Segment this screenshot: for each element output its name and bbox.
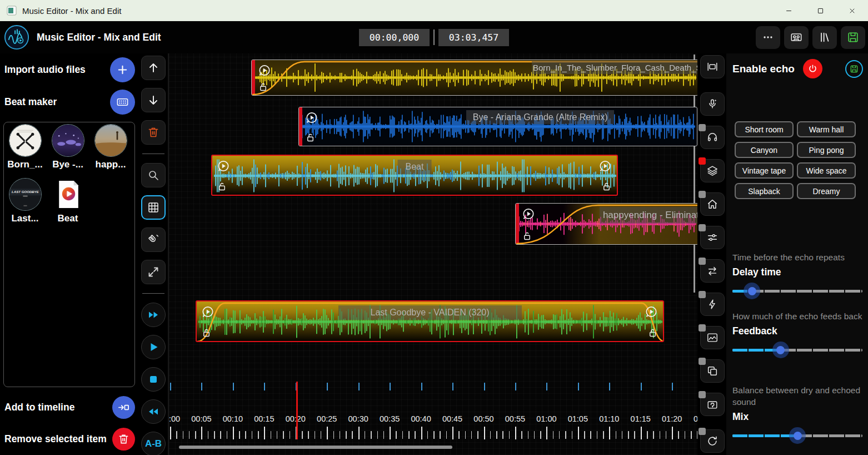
grid-snap-button[interactable] bbox=[141, 195, 166, 220]
crossfade-button[interactable] bbox=[700, 259, 725, 283]
move-up-button[interactable] bbox=[141, 56, 166, 80]
preset-short-room[interactable]: Short room bbox=[735, 121, 794, 137]
beat-tick bbox=[233, 383, 234, 390]
expand-button[interactable] bbox=[141, 260, 166, 284]
stop-icon bbox=[147, 373, 160, 386]
ruler-tick-minor bbox=[371, 431, 372, 439]
zoom-search-button[interactable] bbox=[141, 163, 166, 187]
ruler-tick-major bbox=[390, 427, 391, 439]
file-item-2[interactable]: Bye -... bbox=[48, 125, 87, 170]
clip-left-edge[interactable] bbox=[252, 60, 255, 95]
slider-thumb[interactable] bbox=[772, 342, 789, 358]
more-options-button[interactable] bbox=[756, 26, 780, 49]
delete-clip-button[interactable] bbox=[141, 120, 166, 145]
ruler-tick-minor bbox=[377, 431, 378, 439]
maximize-button[interactable] bbox=[805, 0, 836, 21]
ruler-tick-major bbox=[546, 427, 547, 439]
preset-wide-space[interactable]: Wide space bbox=[797, 162, 856, 179]
save-project-button[interactable] bbox=[841, 26, 865, 49]
ai-mic-icon bbox=[706, 98, 719, 110]
fast-forward-button[interactable] bbox=[141, 303, 166, 327]
beat-tick bbox=[358, 383, 360, 390]
slider-thumb[interactable] bbox=[789, 427, 806, 444]
horizontal-scrollbar[interactable] bbox=[179, 446, 452, 449]
reset-loop-button[interactable] bbox=[700, 429, 725, 453]
play-button[interactable] bbox=[141, 335, 166, 359]
library-button[interactable] bbox=[812, 26, 837, 49]
remove-selected-button[interactable] bbox=[112, 428, 135, 451]
slider-thumb[interactable] bbox=[744, 283, 760, 299]
minimize-button[interactable] bbox=[773, 0, 805, 21]
beat-tick bbox=[484, 383, 485, 390]
rotate-media-button[interactable] bbox=[700, 393, 725, 416]
ruler-tick-minor bbox=[277, 431, 278, 439]
delay-time-slider[interactable] bbox=[732, 283, 862, 299]
add-to-timeline-button[interactable] bbox=[112, 396, 135, 419]
header-buttons bbox=[756, 26, 865, 49]
ruler-tick-minor bbox=[565, 431, 566, 439]
ruler-tick-minor bbox=[365, 431, 366, 439]
ruler-tick-minor bbox=[603, 431, 604, 439]
wave-view-button[interactable] bbox=[700, 326, 725, 349]
mix-slider[interactable] bbox=[732, 427, 862, 444]
recordings-button[interactable] bbox=[784, 26, 809, 49]
ruler-tick-minor bbox=[597, 431, 598, 439]
monitor-headphones-button[interactable] bbox=[700, 126, 725, 149]
tracks-layers-button[interactable] bbox=[700, 159, 725, 182]
timeline-area[interactable]: 00:0000:0500:1000:1500:2000:2500:3000:35… bbox=[168, 53, 697, 455]
audio-clip-4[interactable]: happyending - Eliminate bbox=[515, 203, 697, 245]
preset-dreamy[interactable]: Dreamy bbox=[797, 183, 856, 199]
ruler-tick-minor bbox=[189, 431, 190, 439]
file-item-5[interactable]: Beat bbox=[48, 179, 87, 224]
file-item-1[interactable]: Born_... bbox=[6, 125, 44, 170]
slider-track[interactable] bbox=[732, 349, 862, 352]
ruler-tick-minor bbox=[616, 431, 617, 439]
ab-loop-label: A-B bbox=[145, 438, 162, 449]
audio-clip-3[interactable]: Beat bbox=[211, 155, 618, 196]
mix-label: Mix bbox=[732, 411, 862, 423]
echo-save-button[interactable] bbox=[845, 60, 863, 78]
ruler-tick-minor bbox=[271, 431, 272, 439]
clip-title: Bye - Ariana Grande (Altre Remix) bbox=[466, 110, 615, 124]
playhead[interactable] bbox=[296, 382, 298, 439]
audio-clip-1[interactable]: Born_In_The_Slumber_Flora_Cash_Death_S bbox=[251, 60, 697, 96]
ruler-tick-minor bbox=[590, 431, 591, 439]
preset-slapback[interactable]: Slapback bbox=[735, 183, 794, 199]
stop-button[interactable] bbox=[141, 367, 166, 392]
beat-tick bbox=[515, 383, 516, 390]
move-down-button[interactable] bbox=[141, 88, 166, 112]
audio-clip-2[interactable]: Bye - Ariana Grande (Altre Remix) bbox=[298, 107, 697, 146]
ab-loop-button[interactable]: A-B bbox=[141, 432, 166, 455]
clip-left-edge[interactable] bbox=[299, 107, 302, 146]
file-label: happ... bbox=[91, 159, 130, 170]
echo-power-button[interactable] bbox=[803, 59, 822, 78]
clip-title: Last Goodbye - VAIDEN (320) bbox=[338, 305, 521, 320]
preset-ping-pong[interactable]: Ping pong bbox=[797, 142, 856, 158]
ruler-label: 00:25 bbox=[317, 414, 337, 423]
rewind-button[interactable] bbox=[141, 399, 166, 424]
magnet-snap-button[interactable] bbox=[141, 228, 166, 252]
duplicate-button[interactable] bbox=[700, 359, 725, 383]
file-item-4[interactable]: LAST GOODBYELast... bbox=[6, 179, 44, 224]
arrow-up-icon bbox=[147, 61, 160, 75]
audio-clip-5[interactable]: Last Goodbye - VAIDEN (320) bbox=[196, 300, 664, 342]
ai-voice-button[interactable] bbox=[700, 92, 725, 116]
feedback-slider[interactable] bbox=[732, 342, 862, 358]
tool-badge bbox=[699, 124, 706, 131]
home-view-button[interactable] bbox=[700, 192, 725, 216]
adjustments-button[interactable] bbox=[700, 226, 725, 249]
import-audio-button[interactable] bbox=[110, 57, 135, 82]
ruler-tick-minor bbox=[647, 431, 648, 439]
beat-maker-button[interactable] bbox=[110, 90, 135, 115]
ruler-label: 00:35 bbox=[380, 414, 400, 423]
preset-canyon[interactable]: Canyon bbox=[735, 142, 794, 158]
close-button[interactable] bbox=[836, 0, 868, 21]
ruler-tick-minor bbox=[315, 431, 316, 439]
clip-left-edge[interactable] bbox=[516, 204, 519, 244]
file-item-3[interactable]: happ... bbox=[91, 125, 130, 170]
ruler-label: 00:45 bbox=[442, 414, 462, 423]
trim-tool-button[interactable] bbox=[700, 55, 725, 78]
preset-vintage-tape[interactable]: Vintage tape bbox=[735, 162, 794, 179]
effects-button[interactable] bbox=[700, 293, 725, 316]
preset-warm-hall[interactable]: Warm hall bbox=[797, 121, 856, 137]
